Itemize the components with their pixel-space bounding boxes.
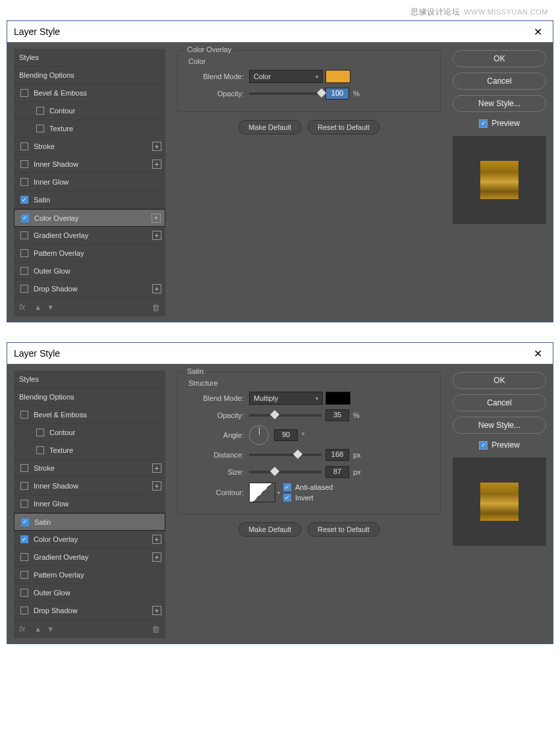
texture[interactable]: Texture: [14, 120, 165, 138]
preview-toggle[interactable]: Preview: [453, 440, 546, 450]
blend-mode-label: Blend Mode:: [186, 73, 244, 80]
contour[interactable]: Contour: [14, 102, 165, 120]
inner-shadow[interactable]: Inner Shadow+: [14, 477, 165, 495]
distance-slider[interactable]: [249, 454, 322, 456]
fx-icon[interactable]: fx: [19, 624, 25, 634]
chevron-down-icon: ▾: [316, 396, 318, 401]
group-legend: Color Overlay: [184, 45, 234, 53]
bevel-emboss[interactable]: Bevel & Emboss: [14, 406, 165, 424]
drop-shadow[interactable]: Drop Shadow+: [14, 602, 165, 620]
trash-icon[interactable]: 🗑: [152, 624, 160, 634]
blend-mode-select[interactable]: Multiply▾: [249, 392, 323, 405]
inner-glow[interactable]: Inner Glow: [14, 495, 165, 513]
styles-header[interactable]: Styles: [14, 49, 165, 67]
pattern-overlay[interactable]: Pattern Overlay: [14, 245, 165, 262]
gradient-overlay[interactable]: Gradient Overlay+: [14, 549, 165, 566]
inner-shadow[interactable]: Inner Shadow+: [14, 156, 165, 173]
opacity-label: Opacity:: [186, 411, 244, 419]
ok-button[interactable]: OK: [453, 372, 546, 389]
trash-icon[interactable]: 🗑: [152, 303, 160, 312]
inner-glow[interactable]: Inner Glow: [14, 173, 165, 191]
stroke[interactable]: Stroke+: [14, 460, 165, 477]
checkbox-on-icon: [479, 441, 488, 450]
add-icon[interactable]: +: [152, 481, 161, 490]
make-default-button[interactable]: Make Default: [238, 522, 301, 537]
satin[interactable]: Satin: [14, 513, 165, 531]
satin[interactable]: Satin: [14, 191, 165, 209]
watermark: 思缘设计论坛WWW.MISSYUAN.COM: [7, 3, 553, 20]
invert-checkbox[interactable]: Invert: [283, 494, 333, 502]
list-footer: fx ▲ ▼ 🗑: [14, 620, 165, 638]
add-icon[interactable]: +: [152, 606, 161, 615]
blend-mode-select[interactable]: Color▾: [249, 70, 323, 83]
preview-box: [453, 458, 546, 546]
opacity-input[interactable]: 100: [325, 88, 349, 100]
outer-glow[interactable]: Outer Glow: [14, 584, 165, 602]
fx-icon[interactable]: fx: [19, 303, 25, 312]
add-icon[interactable]: +: [152, 552, 161, 562]
outer-glow[interactable]: Outer Glow: [14, 262, 165, 280]
preview-swatch: [480, 483, 518, 521]
add-icon[interactable]: +: [152, 535, 161, 544]
add-icon[interactable]: +: [152, 214, 161, 223]
new-style-button[interactable]: New Style...: [453, 95, 546, 112]
cancel-button[interactable]: Cancel: [453, 394, 546, 411]
contour-picker[interactable]: ▾: [249, 483, 275, 502]
close-icon[interactable]: ✕: [530, 347, 546, 360]
new-style-button[interactable]: New Style...: [453, 417, 546, 434]
close-icon[interactable]: ✕: [530, 26, 546, 38]
right-panel: OK Cancel New Style... Preview: [453, 49, 546, 316]
add-icon[interactable]: +: [152, 463, 161, 473]
styles-list: Styles Blending Options Bevel & Emboss C…: [14, 371, 165, 638]
contour-label: Contour:: [186, 489, 244, 496]
pattern-overlay[interactable]: Pattern Overlay: [14, 566, 165, 584]
add-icon[interactable]: +: [152, 142, 161, 151]
reset-default-button[interactable]: Reset to Default: [308, 120, 379, 134]
titlebar: Layer Style ✕: [7, 21, 553, 42]
up-icon[interactable]: ▲: [34, 625, 42, 633]
checkbox-on-icon: [479, 119, 488, 128]
chevron-down-icon: ▾: [277, 490, 280, 496]
add-icon[interactable]: +: [152, 231, 161, 240]
opacity-slider[interactable]: [249, 414, 322, 417]
angle-label: Angle:: [186, 431, 244, 439]
right-panel: OK Cancel New Style... Preview: [453, 371, 546, 638]
size-input[interactable]: 87: [325, 466, 349, 478]
blending-options[interactable]: Blending Options: [14, 388, 165, 406]
stroke[interactable]: Stroke+: [14, 138, 165, 156]
color-overlay[interactable]: Color Overlay+: [14, 209, 165, 227]
reset-default-button[interactable]: Reset to Default: [308, 522, 379, 537]
opacity-slider[interactable]: [249, 92, 322, 95]
color-overlay[interactable]: Color Overlay+: [14, 531, 165, 549]
add-icon[interactable]: +: [152, 284, 161, 293]
preview-box: [453, 136, 546, 224]
bevel-emboss[interactable]: Bevel & Emboss: [14, 84, 165, 102]
gradient-overlay[interactable]: Gradient Overlay+: [14, 227, 165, 245]
texture[interactable]: Texture: [14, 442, 165, 460]
drop-shadow[interactable]: Drop Shadow+: [14, 280, 165, 298]
ok-button[interactable]: OK: [453, 50, 546, 67]
contour[interactable]: Contour: [14, 424, 165, 442]
settings-panel: Color Overlay Color Blend Mode: Color▾ O…: [177, 49, 441, 316]
add-icon[interactable]: +: [152, 160, 161, 169]
anti-aliased-checkbox[interactable]: Anti-aliased: [283, 483, 333, 491]
group-legend: Satin: [184, 367, 206, 375]
down-icon[interactable]: ▼: [47, 303, 54, 311]
opacity-input[interactable]: 35: [325, 409, 349, 421]
color-swatch[interactable]: [325, 392, 350, 405]
size-slider[interactable]: [249, 471, 322, 473]
angle-input[interactable]: 90: [274, 429, 298, 441]
distance-label: Distance:: [186, 451, 244, 459]
blending-options[interactable]: Blending Options: [14, 67, 165, 84]
size-label: Size:: [186, 468, 244, 476]
up-icon[interactable]: ▲: [34, 303, 42, 311]
cancel-button[interactable]: Cancel: [453, 73, 546, 90]
preview-toggle[interactable]: Preview: [453, 119, 546, 128]
dialog-title: Layer Style: [14, 348, 60, 359]
angle-dial[interactable]: [249, 425, 269, 445]
styles-header[interactable]: Styles: [14, 371, 165, 388]
distance-input[interactable]: 168: [325, 449, 349, 461]
color-swatch[interactable]: [325, 70, 350, 83]
down-icon[interactable]: ▼: [47, 625, 54, 633]
make-default-button[interactable]: Make Default: [238, 120, 301, 134]
